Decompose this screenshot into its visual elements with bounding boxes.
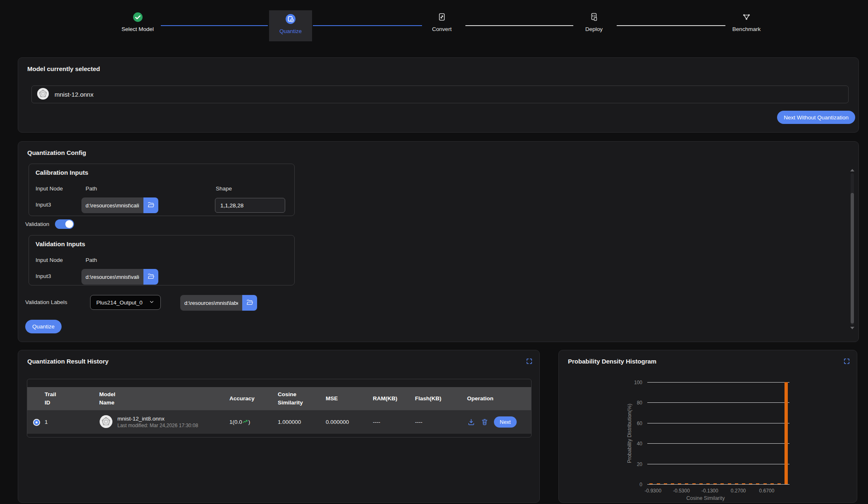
selected-option: Plus214_Output_0 xyxy=(96,300,143,306)
input-node-column-label: Input Node xyxy=(36,185,63,192)
calibration-path-group xyxy=(81,197,158,213)
histogram-bar xyxy=(770,483,774,485)
convert-icon xyxy=(436,12,447,22)
validation-path-input[interactable] xyxy=(81,269,143,285)
trend-up-icon xyxy=(242,418,248,426)
row-trail-id: 1 xyxy=(44,419,76,425)
quantization-config-card: Quantization Config Calibration Inputs I… xyxy=(18,141,859,342)
radio-dot xyxy=(36,421,38,423)
selected-model-row: mnist-12.onnx xyxy=(31,86,849,103)
validation-path-group xyxy=(81,269,158,285)
step-select-model[interactable]: Select Model xyxy=(109,12,167,32)
step-deploy[interactable]: Deploy xyxy=(565,12,623,32)
histogram-bar xyxy=(657,483,660,485)
validation-labels-row: Validation Labels Plus214_Output_0 xyxy=(18,295,858,310)
history-table: Trail ID Model Name Accuracy Cosine Simi… xyxy=(27,379,532,437)
shape-column-label: Shape xyxy=(216,185,232,192)
expand-fullscreen-icon[interactable] xyxy=(526,358,533,365)
histogram-bar xyxy=(671,483,674,485)
quantize-button[interactable]: Quantize xyxy=(25,320,62,333)
row-accuracy: 1(0.0 ) xyxy=(229,418,278,426)
header-trail-id: Trail ID xyxy=(44,390,76,407)
histogram-plot: 020406080100-0.9300-0.5300-0.13000.27000… xyxy=(647,383,789,485)
validation-labels-select[interactable]: Plus214_Output_0 xyxy=(90,295,161,310)
histogram-bar xyxy=(777,483,781,485)
validation-folder-browse-button[interactable] xyxy=(143,269,158,285)
histogram-bar xyxy=(692,483,696,485)
history-table-row: 1 mnist-12_int8.onnx Last modified: Mar … xyxy=(27,410,531,434)
card-title: Probability Density Histogram xyxy=(568,358,656,365)
header-mse: MSE xyxy=(326,395,373,403)
gridline xyxy=(647,484,789,485)
validation-toggle[interactable] xyxy=(55,219,74,229)
labels-path-group xyxy=(180,295,257,311)
histogram-bar xyxy=(664,483,667,485)
step-convert[interactable]: Convert xyxy=(413,12,471,32)
delete-trash-icon[interactable] xyxy=(481,418,489,426)
panel-title: Calibration Inputs xyxy=(36,169,288,176)
labels-path-input[interactable] xyxy=(180,295,242,311)
step-label: Benchmark xyxy=(732,26,761,32)
gridline xyxy=(647,464,789,464)
validation-inputs-panel: Validation Inputs Input Node Path Input3 xyxy=(29,235,295,285)
calibration-input-node: Input3 xyxy=(36,202,51,208)
panel-title: Validation Inputs xyxy=(36,240,288,247)
download-icon[interactable] xyxy=(467,418,475,426)
histogram-bar xyxy=(749,483,752,485)
chevron-down-icon xyxy=(149,299,155,306)
histogram-bar xyxy=(735,483,738,485)
histogram-bar xyxy=(685,483,688,485)
step-benchmark[interactable]: Benchmark xyxy=(718,12,775,32)
x-tick-label: 0.6700 xyxy=(759,488,775,494)
scroll-down-arrow-icon[interactable] xyxy=(850,327,854,329)
next-without-quantization-button[interactable]: Next Without Quantization xyxy=(777,111,855,124)
scrollbar-thumb[interactable] xyxy=(851,193,854,323)
onnx-logo-icon xyxy=(37,88,49,101)
stepper-connector-pending xyxy=(465,25,573,26)
calibration-shape-input[interactable] xyxy=(215,198,285,213)
stepper-connector-done xyxy=(313,25,422,26)
gridline xyxy=(647,443,789,444)
histogram-bar xyxy=(678,483,681,485)
folder-open-icon xyxy=(147,201,155,210)
row-next-button[interactable]: Next xyxy=(494,416,517,428)
histogram-bar xyxy=(713,483,717,485)
header-operation: Operation xyxy=(465,395,531,403)
check-circle-icon xyxy=(132,12,143,22)
row-model-cell: mnist-12_int8.onnx Last modified: Mar 24… xyxy=(76,415,229,430)
histogram-bar xyxy=(785,382,788,484)
input-node-column-label: Input Node xyxy=(36,257,63,263)
path-column-label: Path xyxy=(86,257,97,263)
header-flash: Flash(KB) xyxy=(415,395,465,403)
step-quantize[interactable]: Quantize xyxy=(269,10,312,41)
row-cosine: 1.000000 xyxy=(278,419,326,425)
calibration-inputs-panel: Calibration Inputs Input Node Path Shape… xyxy=(29,164,295,216)
x-tick-label: 0.2700 xyxy=(731,488,746,494)
card-title: Quantization Result History xyxy=(27,358,109,365)
y-tick-label: 20 xyxy=(626,461,642,467)
header-ram: RAM(KB) xyxy=(373,395,415,403)
labels-folder-browse-button[interactable] xyxy=(242,295,257,311)
gridline xyxy=(647,382,789,383)
deploy-icon xyxy=(589,12,599,22)
toggle-knob xyxy=(65,220,73,228)
config-scrollbar[interactable] xyxy=(850,169,854,329)
calibration-path-input[interactable] xyxy=(81,197,143,213)
quantize-icon xyxy=(285,14,296,24)
quantization-result-history-card: Quantization Result History Trail ID Mod… xyxy=(18,350,540,503)
row-radio-selected[interactable] xyxy=(33,419,40,426)
pipeline-stepper: Select Model Quantize Convert Deploy Ben… xyxy=(0,0,868,45)
benchmark-icon xyxy=(741,12,752,22)
gridline xyxy=(647,423,789,423)
validation-labels-label: Validation Labels xyxy=(25,299,67,305)
scroll-up-arrow-icon[interactable] xyxy=(850,169,854,171)
y-tick-label: 100 xyxy=(626,380,642,385)
y-tick-label: 60 xyxy=(626,421,642,426)
expand-fullscreen-icon[interactable] xyxy=(843,358,850,365)
calibration-folder-browse-button[interactable] xyxy=(143,197,158,213)
x-axis-label: Cosine Similarity xyxy=(686,495,725,501)
histogram-bar xyxy=(706,483,710,485)
row-ram: ---- xyxy=(373,419,415,425)
validation-input-node: Input3 xyxy=(36,273,51,279)
histogram-bar xyxy=(699,483,703,485)
